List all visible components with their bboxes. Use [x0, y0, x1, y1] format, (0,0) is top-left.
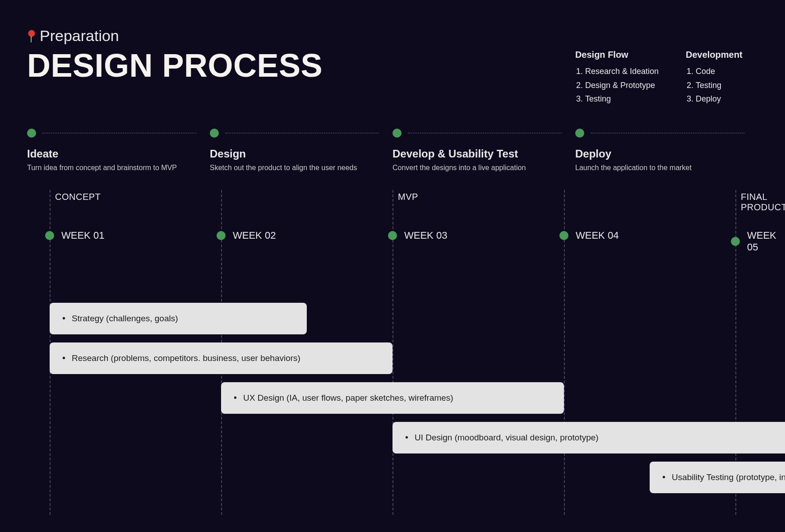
phase-dot-icon: [27, 129, 36, 138]
phase-dotline: [210, 129, 379, 138]
week-marker: WEEK 01: [45, 230, 104, 241]
column-list: Research & IdeationDesign & PrototypeTes…: [575, 65, 659, 106]
phase: Deploy Launch the application to the mar…: [575, 129, 758, 172]
preparation-text: Preparation: [40, 27, 119, 45]
week-marker: WEEK 05: [731, 230, 776, 253]
phase-dot-icon: [575, 129, 584, 138]
gantt-task: UX Design (IA, user flows, paper sketche…: [221, 382, 564, 414]
column-list-item: Design & Prototype: [585, 79, 659, 93]
phase-dotline: [575, 129, 744, 138]
timeline-milestone: FINAL PRODUCT: [741, 192, 785, 213]
gantt-task-label: UI Design (moodboard, visual design, pro…: [415, 433, 599, 443]
header: Preparation DESIGN PROCESS Design FlowRe…: [27, 27, 758, 106]
timeline: CONCEPTMVPFINAL PRODUCT WEEK 01 WEEK 02 …: [50, 190, 735, 515]
week-dot-icon: [217, 231, 226, 240]
phase-title: Design: [210, 148, 379, 160]
phase-title: Ideate: [27, 148, 196, 160]
phase-connector: [42, 133, 196, 134]
phase-title: Develop & Usability Test: [392, 148, 562, 160]
week-dot-icon: [559, 231, 568, 240]
gantt-task: Strategy (challenges, goals): [50, 303, 307, 334]
phase-description: Convert the designs into a live applicat…: [392, 164, 562, 172]
phase: Develop & Usability Test Convert the des…: [392, 129, 575, 172]
phase-dot-icon: [392, 129, 402, 138]
timeline-milestone: MVP: [398, 192, 418, 202]
week-marker: WEEK 02: [217, 230, 276, 241]
column-list-item: Research & Ideation: [585, 65, 659, 79]
week-label: WEEK 02: [233, 230, 276, 241]
week-marker: WEEK 04: [559, 230, 619, 241]
column-list-item: Testing: [696, 79, 758, 93]
timeline-milestone: CONCEPT: [55, 192, 101, 202]
week-label: WEEK 05: [747, 230, 776, 253]
phase-connector: [408, 133, 562, 134]
gantt-task-label: Strategy (challenges, goals): [72, 314, 178, 324]
pin-icon: [27, 30, 35, 42]
week-label: WEEK 03: [404, 230, 447, 241]
column-list-item: Deploy: [696, 92, 758, 106]
phase-row: Ideate Turn idea from concept and brains…: [27, 129, 758, 172]
header-column: DevelopmentCodeTestingDeploy: [686, 50, 758, 106]
gantt-task-label: Usability Testing (prototype, interview): [672, 472, 785, 482]
gantt-task-label: Research (problems, competitors. busines…: [72, 353, 300, 363]
phase-title: Deploy: [575, 148, 744, 160]
column-title: Design Flow: [575, 50, 659, 60]
page-title: DESIGN PROCESS: [27, 49, 575, 82]
week-marker: WEEK 03: [388, 230, 447, 241]
phase: Ideate Turn idea from concept and brains…: [27, 129, 210, 172]
phase-dot-icon: [210, 129, 219, 138]
phase-connector: [591, 133, 744, 134]
phase-connector: [225, 133, 379, 134]
phase-description: Launch the application to the market: [575, 164, 744, 172]
column-title: Development: [686, 50, 758, 60]
phase-dotline: [392, 129, 562, 138]
phase-description: Sketch out the product to align the user…: [210, 164, 379, 172]
phase-dotline: [27, 129, 196, 138]
week-dot-icon: [388, 231, 397, 240]
column-list: CodeTestingDeploy: [686, 65, 758, 106]
gantt-task: UI Design (moodboard, visual design, pro…: [392, 422, 785, 453]
week-label: WEEK 01: [61, 230, 104, 241]
preparation-label: Preparation: [27, 27, 575, 45]
week-label: WEEK 04: [576, 230, 619, 241]
week-dot-icon: [731, 237, 740, 246]
gantt-task: Usability Testing (prototype, interview): [650, 462, 785, 493]
header-columns: Design FlowResearch & IdeationDesign & P…: [575, 50, 758, 106]
gantt-task-label: UX Design (IA, user flows, paper sketche…: [243, 393, 453, 403]
week-dot-icon: [45, 231, 54, 240]
column-list-item: Code: [696, 65, 758, 79]
header-column: Design FlowResearch & IdeationDesign & P…: [575, 50, 659, 106]
gantt-task: Research (problems, competitors. busines…: [50, 342, 392, 374]
phase: Design Sketch out the product to align t…: [210, 129, 392, 172]
phase-description: Turn idea from concept and brainstorm to…: [27, 164, 196, 172]
column-list-item: Testing: [585, 92, 659, 106]
